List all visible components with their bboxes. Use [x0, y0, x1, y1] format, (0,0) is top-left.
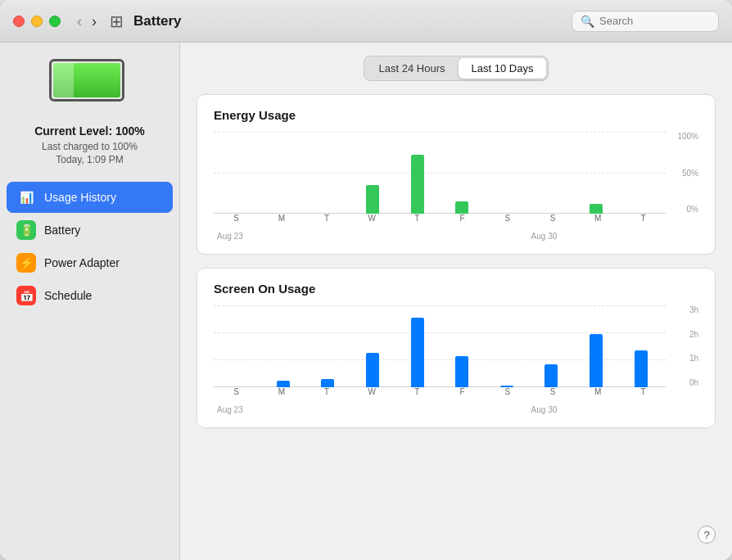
slabel-9: T [621, 387, 666, 404]
screen-bar-4 [411, 318, 424, 387]
sbar-group-9 [619, 305, 662, 387]
energy-date-labels: Aug 23 Aug 30 [214, 232, 666, 241]
screen-chart-area: 3h 2h 1h 0h [214, 305, 698, 404]
sidebar-item-power-adapter[interactable]: ⚡ Power Adapter [7, 247, 173, 278]
tab-last-24h[interactable]: Last 24 Hours [366, 58, 459, 79]
elabel-5: F [440, 214, 485, 230]
screen-bar-1 [277, 381, 290, 387]
elabel-8: M [576, 214, 621, 230]
close-button[interactable] [13, 16, 25, 27]
screen-x-labels: S M T W T F S S M T [214, 387, 666, 404]
sidebar-label-schedule: Schedule [44, 289, 92, 302]
sidebar-item-usage-history[interactable]: 📊 Usage History [7, 182, 173, 213]
traffic-lights [13, 16, 61, 27]
energy-y-labels: 100% 50% 0% [669, 132, 698, 214]
search-bar[interactable]: 🔍 [572, 11, 719, 32]
search-input[interactable] [599, 15, 698, 27]
screen-chart-title: Screen On Usage [214, 282, 698, 296]
schedule-icon: 📅 [16, 286, 36, 305]
elabel-7: S [530, 214, 575, 230]
sbar-group-7 [530, 305, 573, 387]
power-adapter-icon: ⚡ [16, 253, 36, 273]
energy-y-100: 100% [677, 132, 698, 141]
sbar-group-1 [262, 305, 305, 387]
forward-button[interactable]: › [88, 14, 100, 29]
elabel-4: T [395, 214, 440, 230]
main-content: Last 24 Hours Last 10 Days Energy Usage … [180, 43, 732, 560]
battery-tip [124, 72, 124, 88]
energy-bar-8 [590, 204, 603, 214]
tabs-group: Last 24 Hours Last 10 Days [364, 56, 549, 81]
energy-bar-3 [366, 185, 379, 214]
sidebar-nav: 📊 Usage History 🔋 Battery ⚡ Power Adapte… [0, 182, 179, 313]
energy-chart-panel: Energy Usage 100% 50% 0% [197, 94, 716, 255]
battery-body [49, 59, 124, 102]
window-title: Battery [133, 13, 572, 29]
main-window: ‹ › ⊞ Battery 🔍 Current Level: 100% [0, 0, 732, 560]
sidebar-label-usage-history: Usage History [44, 191, 116, 204]
screen-bars [217, 305, 662, 387]
slabel-0: S [214, 387, 259, 404]
bar-group-8 [575, 132, 618, 214]
battery-shine [53, 63, 75, 97]
screen-y-labels: 3h 2h 1h 0h [669, 305, 698, 387]
screen-date-aug30: Aug 30 [531, 405, 666, 414]
energy-y-50: 50% [682, 169, 698, 178]
screen-bar-5 [455, 356, 468, 387]
sbar-group-4 [395, 305, 439, 387]
sbar-group-0 [217, 305, 260, 387]
elabel-1: M [259, 214, 304, 230]
elabel-9: T [621, 214, 666, 230]
help-button[interactable]: ? [698, 526, 716, 544]
screen-bar-8 [590, 334, 603, 387]
energy-bar-4 [411, 155, 424, 214]
energy-bars [217, 132, 662, 214]
bar-group-9 [619, 132, 662, 214]
sbar-group-2 [306, 305, 350, 387]
title-bar: ‹ › ⊞ Battery 🔍 [0, 0, 732, 43]
back-button[interactable]: ‹ [74, 14, 85, 29]
screen-chart-content: S M T W T F S S M T [214, 305, 666, 404]
grid-icon[interactable]: ⊞ [110, 11, 124, 31]
battery-icon-container [49, 59, 131, 108]
screen-bar-9 [635, 350, 648, 387]
bar-group-4 [395, 132, 439, 214]
slabel-6: S [485, 387, 530, 404]
usage-history-icon: 📊 [16, 187, 36, 207]
screen-bar-7 [544, 364, 558, 387]
maximize-button[interactable] [49, 16, 61, 27]
sbar-group-6 [486, 305, 529, 387]
last-charged: Last charged to 100% [34, 141, 145, 152]
bar-group-5 [441, 132, 484, 214]
sidebar-item-schedule[interactable]: 📅 Schedule [7, 280, 173, 311]
elabel-2: T [304, 214, 349, 230]
sidebar-label-power-adapter: Power Adapter [44, 256, 120, 269]
sidebar-item-battery[interactable]: 🔋 Battery [7, 215, 173, 246]
energy-bar-5 [455, 201, 468, 214]
energy-y-0: 0% [687, 205, 698, 214]
bar-group-6 [486, 132, 529, 214]
bar-group-2 [306, 132, 350, 214]
bar-group-7 [530, 132, 573, 214]
slabel-1: M [259, 387, 304, 404]
sbar-group-8 [575, 305, 618, 387]
energy-date-aug23: Aug 23 [217, 232, 351, 241]
screen-y-0h: 0h [689, 378, 698, 387]
tab-last-10d[interactable]: Last 10 Days [459, 58, 547, 79]
bar-group-3 [351, 132, 395, 214]
nav-buttons: ‹ › [74, 14, 100, 29]
screen-bar-3 [366, 353, 379, 387]
bar-group-1 [262, 132, 305, 214]
sbar-group-3 [351, 305, 395, 387]
slabel-5: F [440, 387, 485, 404]
energy-chart-content: S M T W T F S S M T [214, 132, 666, 230]
slabel-2: T [304, 387, 349, 404]
minimize-button[interactable] [31, 16, 43, 27]
content-area: Current Level: 100% Last charged to 100%… [0, 43, 732, 560]
slabel-4: T [395, 387, 440, 404]
charge-time: Today, 1:09 PM [34, 154, 145, 165]
battery-status: Current Level: 100% Last charged to 100%… [26, 124, 153, 165]
sbar-group-5 [441, 305, 484, 387]
screen-y-1h: 1h [689, 354, 698, 363]
screen-date-aug23: Aug 23 [217, 405, 351, 414]
